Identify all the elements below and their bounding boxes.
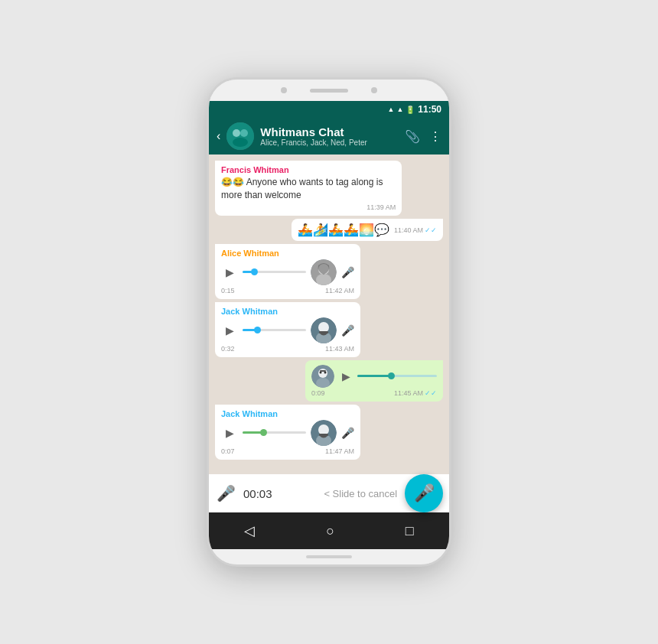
wifi-icon: ▲ xyxy=(387,106,394,113)
voice-bar-jack xyxy=(243,329,306,331)
check-icon-5: ✓✓ xyxy=(425,389,437,397)
play-button-out[interactable]: ▶ xyxy=(337,368,354,385)
group-avatar xyxy=(226,122,254,150)
phone-device: ▲ ▲ 🔋 11:50 ‹ Whitmans Chat xyxy=(207,77,451,567)
group-avatar-img xyxy=(226,122,254,150)
play-button-jack[interactable]: ▶ xyxy=(221,322,238,339)
svg-point-3 xyxy=(233,138,248,147)
chat-header: ‹ Whitmans Chat Alice, Francis, Jack, Ne… xyxy=(209,118,449,154)
msg-time-4: 0:32 11:43 AM xyxy=(221,345,354,353)
msg-sender-francis: Francis Whitman xyxy=(221,165,396,174)
msg-sender-jack-2: Jack Whitman xyxy=(221,409,354,418)
emoji-content: 🚣🏄🚣🚣🌅💬 xyxy=(298,223,389,237)
play-icon-2: ▶ xyxy=(226,324,234,337)
mic-fab-button[interactable]: 🎤 xyxy=(405,474,443,512)
jack-avatar xyxy=(311,317,337,343)
voice-progress-bar xyxy=(243,271,306,273)
header-actions: 📎 ⋮ xyxy=(405,129,441,144)
attach-icon[interactable]: 📎 xyxy=(405,129,420,144)
message-1: Francis Whitman 😂😂 Anyone who wants to t… xyxy=(215,161,402,216)
message-6: Jack Whitman ▶ xyxy=(215,405,360,460)
message-3: Alice Whitman ▶ xyxy=(215,244,360,299)
recording-mic-icon: 🎤 xyxy=(217,484,236,503)
play-icon: ▶ xyxy=(226,266,234,278)
play-button-alice[interactable]: ▶ xyxy=(221,264,238,281)
back-button[interactable]: ‹ xyxy=(217,129,220,143)
status-time: 11:50 xyxy=(418,104,441,115)
voice-message-jack: ▶ xyxy=(221,317,354,343)
nav-recent-icon[interactable]: □ xyxy=(406,523,414,539)
voice-bar-out xyxy=(357,375,437,377)
nav-back-icon[interactable]: ◁ xyxy=(244,522,255,539)
voice-progress-bar-3 xyxy=(243,431,306,434)
msg-time-3: 0:15 11:42 AM xyxy=(221,287,354,294)
phone-screen: ▲ ▲ 🔋 11:50 ‹ Whitmans Chat xyxy=(209,101,449,549)
signal-icon: ▲ xyxy=(396,106,403,113)
header-info: Whitmans Chat Alice, Francis, Jack, Ned,… xyxy=(260,125,399,147)
double-check-icon: ✓✓ xyxy=(425,226,437,234)
svg-rect-20 xyxy=(319,434,328,436)
phone-top-bar xyxy=(209,80,449,101)
svg-point-2 xyxy=(240,129,248,137)
play-icon-out: ▶ xyxy=(342,370,350,382)
more-icon[interactable]: ⋮ xyxy=(429,129,441,144)
status-bar: ▲ ▲ 🔋 11:50 xyxy=(209,101,449,118)
outgoing-avatar xyxy=(311,365,334,388)
jack-avatar-2 xyxy=(311,420,337,446)
voice-mic-icon-2: 🎤 xyxy=(341,324,354,337)
voice-fill-3 xyxy=(243,431,262,434)
voice-dot-2 xyxy=(254,327,261,333)
voice-progress-bar-out xyxy=(357,375,437,377)
chat-title: Whitmans Chat xyxy=(260,125,399,138)
battery-icon: 🔋 xyxy=(406,106,415,114)
status-icons: ▲ ▲ 🔋 xyxy=(387,106,415,114)
msg-sender-jack: Jack Whitman xyxy=(221,307,354,316)
svg-rect-10 xyxy=(319,331,328,333)
message-5: ▶ 0:09 11:45 AM ✓✓ xyxy=(305,360,443,402)
voice-dot-out xyxy=(388,372,395,379)
voice-mic-icon: 🎤 xyxy=(341,266,354,278)
voice-bar-jack-2 xyxy=(243,431,306,434)
android-nav-bar: ◁ ○ □ xyxy=(209,512,449,549)
voice-bar-alice xyxy=(243,271,306,273)
msg-time-5: 0:09 11:45 AM ✓✓ xyxy=(311,389,437,397)
voice-dot-3 xyxy=(260,429,267,436)
outgoing-voice-row: ▶ xyxy=(311,365,437,388)
svg-point-12 xyxy=(318,369,327,378)
play-button-jack-2[interactable]: ▶ xyxy=(221,424,238,441)
msg-time-2: 11:40 AM ✓✓ xyxy=(394,226,437,234)
phone-speaker xyxy=(310,89,348,93)
voice-mic-icon-3: 🎤 xyxy=(341,427,354,439)
voice-fill-out xyxy=(357,375,389,377)
play-icon-3: ▶ xyxy=(226,427,234,439)
recording-bar: 🎤 00:03 < Slide to cancel 🎤 xyxy=(209,474,449,512)
chin-bar xyxy=(306,555,352,558)
svg-point-1 xyxy=(233,129,240,137)
svg-point-8 xyxy=(318,322,329,333)
recording-time: 00:03 xyxy=(243,487,272,500)
chat-subtitle: Alice, Francis, Jack, Ned, Peter xyxy=(260,138,399,147)
chat-body: Francis Whitman 😂😂 Anyone who wants to t… xyxy=(209,154,449,474)
message-4: Jack Whitman ▶ xyxy=(215,302,360,357)
phone-camera xyxy=(281,87,287,93)
nav-home-icon[interactable]: ○ xyxy=(326,523,334,539)
svg-point-18 xyxy=(318,424,329,435)
msg-text-1: 😂😂 Anyone who wants to tag along is more… xyxy=(221,176,396,202)
phone-chin xyxy=(209,549,449,564)
mic-fab-icon: 🎤 xyxy=(414,483,435,503)
alice-avatar xyxy=(311,259,337,285)
voice-message-alice: ▶ xyxy=(221,259,354,285)
voice-dot xyxy=(251,268,258,275)
msg-sender-alice: Alice Whitman xyxy=(221,249,354,258)
voice-message-jack-2: ▶ xyxy=(221,420,354,446)
voice-progress-bar-2 xyxy=(243,329,306,331)
msg-time-1: 11:39 AM xyxy=(221,203,396,211)
svg-rect-16 xyxy=(320,370,326,372)
message-2: 🚣🏄🚣🚣🌅💬 11:40 AM ✓✓ xyxy=(292,219,443,241)
phone-camera-right xyxy=(371,87,377,93)
msg-time-6: 0:07 11:47 AM xyxy=(221,447,354,455)
